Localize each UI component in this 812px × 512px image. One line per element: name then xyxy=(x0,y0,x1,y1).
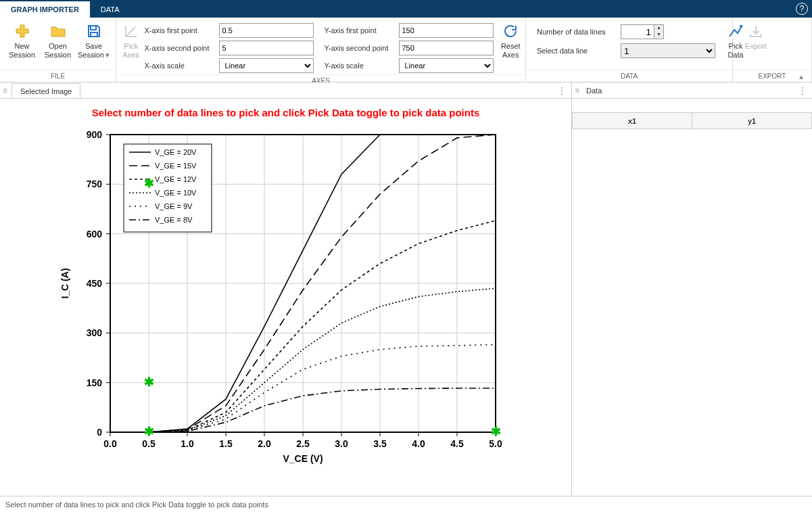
pane-menu-icon[interactable]: ⋮ xyxy=(558,86,566,95)
svg-text:✱: ✱ xyxy=(490,425,500,438)
svg-text:V_GE = 9V: V_GE = 9V xyxy=(155,202,193,210)
table-header-x1: x1 xyxy=(573,113,692,129)
open-session-button[interactable]: Open Session xyxy=(40,19,76,60)
x-scale-select[interactable]: Linear xyxy=(219,58,314,73)
y-scale-label: Y-axis scale xyxy=(325,62,399,70)
help-icon[interactable]: ? xyxy=(796,3,808,15)
y-first-label: Y-axis first point xyxy=(325,26,399,34)
svg-text:4.5: 4.5 xyxy=(450,438,464,449)
reset-axes-button[interactable]: Reset Axes xyxy=(500,19,522,60)
svg-text:V_CE (V): V_CE (V) xyxy=(283,453,323,464)
select-data-line-label: Select data line xyxy=(537,47,615,55)
table-header-y1: y1 xyxy=(692,113,812,129)
selected-image-tab[interactable]: Selected Image xyxy=(11,83,80,98)
new-session-button[interactable]: New Session xyxy=(4,19,40,60)
chart-plot[interactable]: 0.00.51.01.52.02.53.03.54.04.55.00150300… xyxy=(49,121,523,486)
svg-text:✱: ✱ xyxy=(143,177,153,190)
spin-down-icon[interactable]: ▼ xyxy=(654,32,663,39)
tab-data[interactable]: DATA xyxy=(90,1,130,18)
x-second-label: X-axis second point xyxy=(145,44,219,52)
y-scale-select[interactable]: Linear xyxy=(399,58,494,73)
svg-text:V_GE = 8V: V_GE = 8V xyxy=(155,216,193,224)
axes-icon xyxy=(123,23,139,39)
ribbon-group-file: FILE xyxy=(0,70,116,82)
plus-icon xyxy=(14,23,30,39)
select-data-line-select[interactable]: 1 xyxy=(621,43,715,58)
svg-text:✱: ✱ xyxy=(143,425,153,438)
instruction-text: Select number of data lines to pick and … xyxy=(0,99,571,121)
export-icon xyxy=(748,23,764,39)
refresh-icon xyxy=(502,23,519,39)
svg-text:2.0: 2.0 xyxy=(258,438,271,449)
y-second-label: Y-axis second point xyxy=(325,44,399,52)
svg-text:V_GE = 12V: V_GE = 12V xyxy=(155,175,197,183)
data-table: x1 y1 xyxy=(572,112,812,129)
collapse-ribbon-icon[interactable]: ▲ xyxy=(798,73,805,80)
svg-text:3.0: 3.0 xyxy=(335,438,348,449)
pick-axes-button: Pick Axes xyxy=(120,19,142,60)
spin-up-icon[interactable]: ▲ xyxy=(654,25,663,32)
svg-text:V_GE = 20V: V_GE = 20V xyxy=(155,148,197,156)
svg-text:450: 450 xyxy=(86,278,102,289)
folder-open-icon xyxy=(50,23,66,39)
svg-text:2.5: 2.5 xyxy=(296,438,310,449)
svg-text:600: 600 xyxy=(86,229,102,239)
svg-text:1.5: 1.5 xyxy=(219,438,233,449)
x-first-label: X-axis first point xyxy=(145,26,219,34)
ribbon-group-data: DATA xyxy=(526,70,732,82)
y-second-input[interactable] xyxy=(399,41,494,55)
svg-text:I_C (A): I_C (A) xyxy=(59,268,70,298)
num-data-lines-input[interactable] xyxy=(621,25,654,39)
svg-text:0.5: 0.5 xyxy=(142,438,156,449)
svg-text:V_GE = 10V: V_GE = 10V xyxy=(155,189,197,197)
x-scale-label: X-axis scale xyxy=(145,62,219,70)
svg-text:150: 150 xyxy=(86,377,102,388)
x-first-input[interactable] xyxy=(219,23,314,38)
svg-text:0.0: 0.0 xyxy=(103,438,117,449)
svg-text:300: 300 xyxy=(86,327,102,338)
svg-text:750: 750 xyxy=(86,179,102,189)
tab-graph-importer[interactable]: GRAPH IMPORTER xyxy=(0,1,90,18)
svg-text:3.5: 3.5 xyxy=(373,438,387,449)
num-data-lines-label: Number of data lines xyxy=(537,28,615,36)
y-first-input[interactable] xyxy=(399,23,494,38)
svg-text:5.0: 5.0 xyxy=(489,438,502,449)
svg-text:V_GE = 15V: V_GE = 15V xyxy=(155,162,197,170)
svg-text:✱: ✱ xyxy=(143,375,153,389)
save-icon xyxy=(86,23,102,39)
export-button: Export xyxy=(737,19,775,51)
pane-menu-icon[interactable]: ⋮ xyxy=(798,86,807,95)
svg-text:900: 900 xyxy=(86,129,102,140)
data-tab[interactable]: Data xyxy=(583,83,610,98)
x-second-input[interactable] xyxy=(219,41,314,55)
svg-text:4.0: 4.0 xyxy=(412,438,425,449)
svg-text:1.0: 1.0 xyxy=(181,438,194,449)
status-text: Select number of data lines to pick and … xyxy=(5,501,268,509)
save-session-button[interactable]: Save Session▾ xyxy=(76,19,112,60)
svg-text:0: 0 xyxy=(97,427,102,438)
